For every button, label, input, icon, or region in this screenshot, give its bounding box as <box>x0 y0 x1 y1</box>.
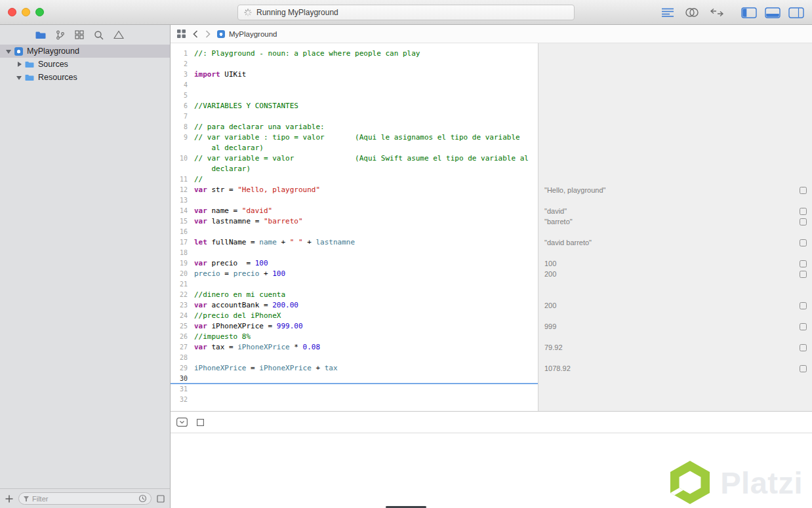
close-window-button[interactable] <box>8 8 16 16</box>
show-result-button[interactable] <box>800 239 807 246</box>
sidebar-item-sources[interactable]: Sources <box>0 58 170 71</box>
code-line[interactable]: 4 <box>171 80 538 90</box>
show-result-button[interactable] <box>800 271 807 278</box>
find-navigator-tab[interactable] <box>94 30 104 40</box>
toggle-debug-area-button[interactable] <box>765 7 781 18</box>
result-item: 100 <box>544 258 807 269</box>
line-number: 24 <box>171 311 188 321</box>
code-line[interactable]: 3import UIKit <box>171 69 538 80</box>
code-line[interactable]: 12var str = "Hello, playground" <box>171 185 538 195</box>
code-text: // <box>194 174 203 185</box>
issue-navigator-tab[interactable] <box>113 30 124 39</box>
code-line[interactable]: 15var lastnamne = "barreto" <box>171 216 538 227</box>
chevron-left-icon <box>193 30 198 38</box>
show-result-button[interactable] <box>800 365 807 372</box>
line-number: 19 <box>171 258 188 269</box>
result-value: "barreto" <box>544 218 573 225</box>
platzi-logo-icon <box>670 461 710 504</box>
editor-pane: MyPlayground 1//: Playground - noun: a p… <box>171 25 812 508</box>
fullscreen-window-button[interactable] <box>35 8 44 16</box>
show-result-button[interactable] <box>800 323 807 330</box>
minimize-window-button[interactable] <box>22 8 30 16</box>
line-number: 9 <box>171 132 188 143</box>
line-number: 1 <box>171 49 188 59</box>
toggle-inspectors-button[interactable] <box>788 7 804 18</box>
window-content: MyPlayground Sources Resources <box>0 25 812 508</box>
hide-debug-area-icon <box>176 418 188 427</box>
toggle-navigator-button[interactable] <box>741 7 757 18</box>
code-line[interactable]: 16 <box>171 227 538 237</box>
result-value: "david" <box>544 207 567 215</box>
related-items-grid-icon <box>177 29 186 38</box>
line-number: 17 <box>171 237 188 248</box>
forward-button[interactable] <box>205 30 211 38</box>
tree-item-label: MyPlayground <box>27 47 79 56</box>
filter-input[interactable] <box>32 495 136 503</box>
show-result-button[interactable] <box>800 302 807 309</box>
code-line[interactable]: 24//precio del iPhoneX <box>171 311 538 321</box>
square-outline-icon <box>157 495 165 503</box>
code-line[interactable]: 7 <box>171 111 538 122</box>
back-button[interactable] <box>193 30 198 38</box>
project-navigator-tab[interactable] <box>35 31 46 39</box>
sidebar-item-myplayground[interactable]: MyPlayground <box>0 45 170 58</box>
console-mode-button[interactable] <box>197 419 204 426</box>
show-result-button[interactable] <box>800 260 807 267</box>
line-number: 10 <box>171 153 188 164</box>
show-result-button[interactable] <box>800 218 807 225</box>
code-line[interactable]: al declarar) <box>171 143 538 153</box>
version-editor-button[interactable] <box>710 8 724 17</box>
results-sidebar: "Hello, playground""david""barreto""davi… <box>538 43 812 411</box>
code-line[interactable]: 17let fullName = name + " " + lastnamne <box>171 237 538 248</box>
code-line[interactable]: 29iPhoneXPrice = iPhoneXPrice + tax <box>171 363 538 374</box>
show-result-button[interactable] <box>800 187 807 194</box>
sidebar-item-resources[interactable]: Resources <box>0 71 170 84</box>
code-text: precio = precio + 100 <box>194 269 285 279</box>
code-line[interactable]: 26//impuesto 8% <box>171 332 538 342</box>
related-items-button[interactable] <box>177 29 186 38</box>
code-line[interactable]: 31 <box>171 384 538 395</box>
code-line[interactable]: 10// var variable = valor (Aqui Swift as… <box>171 153 538 164</box>
activity-viewer: Running MyPlayground <box>237 5 575 20</box>
jump-bar-file[interactable]: MyPlayground <box>229 30 277 38</box>
disclosure-collapsed-icon[interactable] <box>16 61 23 68</box>
code-line[interactable]: 20precio = precio + 100 <box>171 269 538 279</box>
code-line[interactable]: 5 <box>171 90 538 101</box>
source-control-navigator-tab[interactable] <box>56 30 65 40</box>
code-line[interactable]: 18 <box>171 248 538 258</box>
assistant-editor-button[interactable] <box>685 7 699 18</box>
standard-editor-button[interactable] <box>661 7 674 18</box>
hide-debug-area-button[interactable] <box>176 418 188 427</box>
filter-field[interactable] <box>18 492 152 505</box>
add-button[interactable] <box>5 495 13 503</box>
code-line[interactable]: 8// para declarar una variable: <box>171 122 538 132</box>
recents-clock-icon[interactable] <box>138 494 147 503</box>
code-editor[interactable]: 1//: Playground - noun: a place where pe… <box>171 43 538 411</box>
code-line[interactable]: 25var iPhoneXPrice = 999.00 <box>171 321 538 332</box>
code-line[interactable]: 22//dinero en mi cuenta <box>171 290 538 300</box>
code-line[interactable]: 23var accountBank = 200.00 <box>171 300 538 311</box>
line-number <box>171 164 188 174</box>
code-line[interactable]: declarar) <box>171 164 538 174</box>
code-line[interactable]: 14var name = "david" <box>171 206 538 216</box>
flatten-view-button[interactable] <box>157 495 165 503</box>
code-line[interactable]: 28 <box>171 353 538 363</box>
disclosure-open-icon[interactable] <box>5 48 12 55</box>
code-line[interactable]: 27var tax = iPhoneXPrice * 0.08 <box>171 342 538 353</box>
code-line[interactable]: 11// <box>171 174 538 185</box>
code-line[interactable]: 19var precio = 100 <box>171 258 538 269</box>
line-number: 25 <box>171 321 188 332</box>
code-line[interactable]: 13 <box>171 195 538 206</box>
symbol-navigator-tab[interactable] <box>75 30 84 39</box>
code-line[interactable]: 32 <box>171 395 538 405</box>
code-line[interactable]: 30 <box>171 374 538 384</box>
show-result-button[interactable] <box>800 208 807 215</box>
tree-item-label: Sources <box>38 60 68 69</box>
disclosure-open-icon[interactable] <box>16 74 23 81</box>
code-line[interactable]: 9// var variable : tipo = valor (Aqui le… <box>171 132 538 143</box>
code-line[interactable]: 1//: Playground - noun: a place where pe… <box>171 49 538 59</box>
code-line[interactable]: 6//VARIABLES Y CONSTANTES <box>171 101 538 111</box>
code-line[interactable]: 21 <box>171 279 538 290</box>
code-line[interactable]: 2 <box>171 59 538 69</box>
show-result-button[interactable] <box>800 344 807 351</box>
